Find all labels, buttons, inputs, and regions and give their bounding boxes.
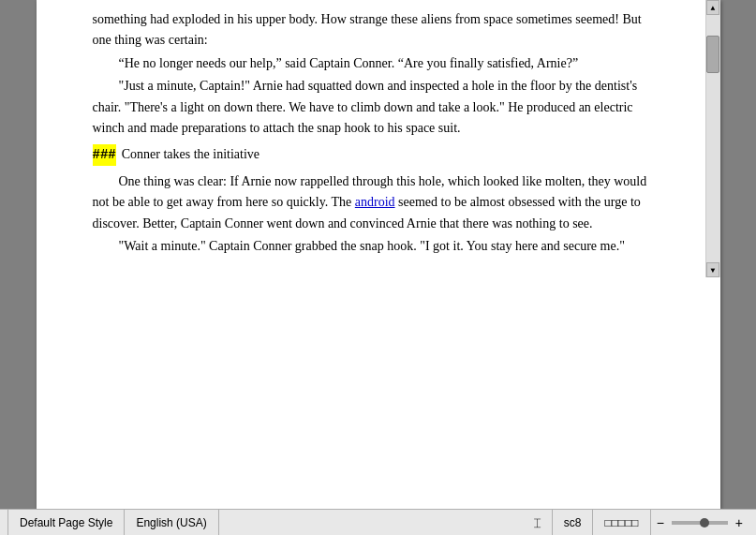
language-section: English (USA) (125, 510, 218, 535)
page-style-section: Default Page Style (7, 510, 125, 535)
page-ref-label: sc8 (564, 516, 582, 529)
status-bar: Default Page Style English (USA) ⌶ sc8 □… (0, 509, 756, 535)
zoom-minus-button[interactable]: − (655, 515, 666, 530)
zoom-control: − + (651, 515, 749, 530)
heading-line: ### Conner takes the initiative (93, 144, 649, 165)
paragraph-3: "Just a minute, Captain!" Arnie had squa… (93, 76, 649, 139)
paragraph-5-text: "Wait a minute." Captain Conner grabbed … (93, 236, 649, 257)
zoom-plus-button[interactable]: + (734, 515, 745, 530)
heading-marker: ### (93, 144, 116, 165)
paragraph-1-text: something had exploded in his upper body… (93, 12, 642, 47)
page-style-label: Default Page Style (20, 516, 112, 529)
paragraph-2: “He no longer needs our help,” said Capt… (93, 53, 649, 74)
paragraph-3-text: "Just a minute, Captain!" Arnie had squa… (93, 76, 649, 139)
cursor-icon: ⌶ (534, 516, 541, 529)
cursor-section: ⌶ (523, 510, 553, 535)
language-label: English (USA) (136, 516, 206, 529)
paragraph-4-text: One thing was clear: If Arnie now rappel… (93, 171, 649, 234)
view-icon-1[interactable]: □ (604, 516, 611, 529)
scroll-up-arrow[interactable]: ▲ (706, 0, 719, 15)
view-icon-2[interactable]: □□ (612, 516, 626, 529)
view-icons-section: □ □□ □□ (593, 510, 650, 535)
paragraph-4: One thing was clear: If Arnie now rappel… (93, 171, 649, 234)
page-wrap: something had exploded in his upper body… (37, 0, 720, 509)
heading-text: Conner takes the initiative (122, 144, 259, 165)
scroll-thumb[interactable] (706, 36, 719, 73)
page-ref-section: sc8 (553, 510, 594, 535)
page-content: something had exploded in his upper body… (37, 0, 705, 277)
scroll-track[interactable] (706, 15, 720, 262)
vertical-scrollbar[interactable]: ▲ ▼ (705, 0, 720, 277)
main-area: something had exploded in his upper body… (0, 0, 756, 509)
document-outer: something had exploded in his upper body… (0, 0, 756, 509)
scroll-container: something had exploded in his upper body… (37, 0, 720, 277)
android-link[interactable]: android (355, 195, 395, 209)
zoom-slider[interactable] (672, 521, 728, 525)
view-icon-3[interactable]: □□ (625, 516, 639, 529)
paragraph-5: "Wait a minute." Captain Conner grabbed … (93, 236, 649, 257)
paragraph-1: something had exploded in his upper body… (93, 9, 649, 52)
zoom-slider-thumb[interactable] (700, 518, 709, 528)
scroll-down-arrow[interactable]: ▼ (706, 262, 719, 277)
paragraph-2-text: “He no longer needs our help,” said Capt… (93, 53, 649, 74)
